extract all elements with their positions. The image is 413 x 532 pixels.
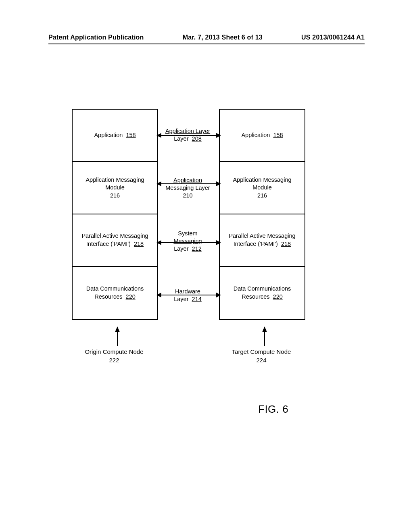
- target-node-label: Target Compute Node 224: [217, 347, 306, 364]
- origin-pami-cell: Parallel Active Messaging Interface ('PA…: [73, 214, 157, 267]
- cell-ref: 158: [273, 132, 283, 138]
- clabel-ref: 210: [183, 192, 192, 199]
- cell-ref: 158: [126, 132, 136, 138]
- svg-marker-11: [216, 293, 221, 297]
- cell-ref: 216: [110, 192, 120, 200]
- cell-ref: 216: [257, 192, 267, 200]
- clabel-ref: 212: [192, 245, 202, 252]
- svg-marker-13: [115, 326, 120, 332]
- header-left: Patent Application Publication: [48, 34, 144, 41]
- target-pami-cell: Parallel Active Messaging Interface ('PA…: [220, 214, 305, 267]
- node-label-text: Origin Compute Node: [85, 348, 143, 355]
- cell-ref: 220: [126, 293, 136, 300]
- cell-ref: 220: [273, 293, 283, 300]
- origin-data-comm-cell: Data Communications Resources 220: [73, 267, 157, 319]
- origin-stack: Application 158 Application Messaging Mo…: [72, 109, 158, 320]
- node-label-ref: 222: [109, 357, 119, 364]
- cell-label: Application Messaging Module: [223, 176, 301, 192]
- node-label-text: Target Compute Node: [232, 348, 291, 355]
- cell-label: Application Messaging Module: [76, 176, 154, 192]
- svg-marker-2: [216, 133, 221, 138]
- node-label-ref: 224: [256, 357, 266, 364]
- svg-marker-1: [156, 133, 161, 138]
- svg-marker-8: [216, 240, 221, 245]
- svg-marker-10: [156, 293, 161, 297]
- header-center: Mar. 7, 2013 Sheet 6 of 13: [183, 34, 263, 41]
- header-rule: [48, 44, 365, 44]
- cell-label: Application: [94, 132, 123, 138]
- origin-app-messaging-cell: Application Messaging Module 216: [73, 162, 157, 214]
- figure-label: FIG. 6: [258, 403, 288, 416]
- svg-marker-15: [262, 326, 267, 332]
- origin-application-cell: Application 158: [73, 110, 157, 162]
- page-header: Patent Application Publication Mar. 7, 2…: [0, 34, 413, 44]
- cell-label: Application: [241, 132, 270, 138]
- header-right: US 2013/0061244 A1: [301, 34, 365, 41]
- target-app-messaging-cell: Application Messaging Module 216: [220, 162, 305, 214]
- cell-ref: 218: [281, 241, 291, 247]
- cell-ref: 218: [134, 241, 144, 247]
- origin-node-label: Origin Compute Node 222: [70, 347, 159, 364]
- target-application-cell: Application 158: [220, 110, 305, 162]
- svg-marker-7: [156, 240, 161, 245]
- target-stack: Application 158 Application Messaging Mo…: [219, 109, 305, 320]
- svg-marker-4: [156, 181, 161, 186]
- svg-marker-5: [216, 181, 221, 186]
- center-label-app-messaging-layer: Application Messaging Layer 210: [157, 177, 218, 200]
- target-data-comm-cell: Data Communications Resources 220: [220, 267, 305, 319]
